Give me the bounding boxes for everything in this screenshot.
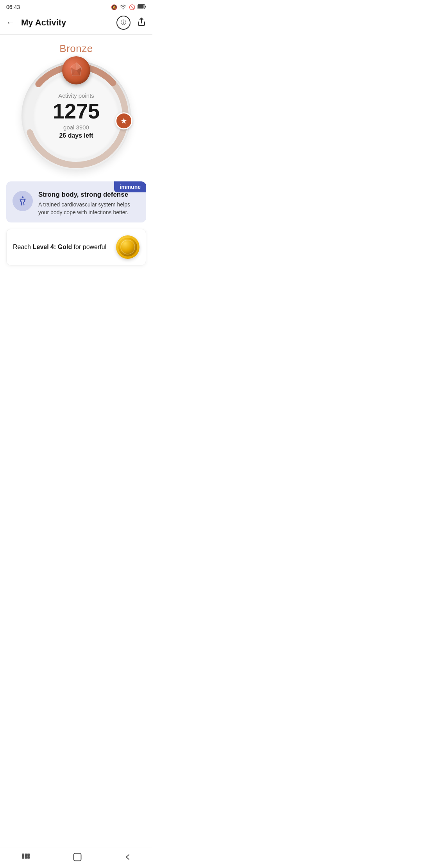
level-bold: Level 4: Gold bbox=[33, 244, 72, 250]
circle-outer: ★ Activity points 1275 goal 3900 26 days… bbox=[21, 61, 131, 170]
immune-tag: immune bbox=[114, 181, 146, 192]
info-icon: ⓘ bbox=[121, 19, 126, 26]
back-button[interactable]: ← bbox=[6, 18, 15, 28]
battery-icon bbox=[138, 4, 146, 10]
accessibility-icon bbox=[17, 195, 28, 206]
svg-point-13 bbox=[118, 238, 137, 256]
activity-points-label: Activity points bbox=[58, 92, 94, 99]
activity-points-value: 1275 bbox=[53, 100, 100, 122]
info-card-body: A trained cardiovascular system helps yo… bbox=[38, 201, 140, 216]
level-card: Reach Level 4: Gold for powerful bbox=[6, 229, 146, 265]
activity-circle: ★ Activity points 1275 goal 3900 26 days… bbox=[6, 61, 146, 170]
svg-point-12 bbox=[22, 196, 24, 198]
status-icons: 🔕 🚫 bbox=[111, 4, 146, 11]
info-card: immune Strong body, strong defense A tra… bbox=[6, 181, 146, 222]
circle-inner: Activity points 1275 goal 3900 26 days l… bbox=[33, 73, 119, 159]
star-icon: ★ bbox=[120, 116, 127, 126]
accessibility-icon-circle bbox=[13, 191, 33, 211]
main-content: Bronze bbox=[0, 35, 152, 273]
info-button[interactable]: ⓘ bbox=[116, 16, 131, 30]
status-bar: 06:43 🔕 🚫 bbox=[0, 0, 152, 13]
activity-goal: goal 3900 bbox=[63, 124, 89, 131]
status-time: 06:43 bbox=[6, 4, 20, 10]
bronze-gem-badge bbox=[62, 56, 90, 84]
share-button[interactable] bbox=[137, 17, 146, 29]
info-card-text: Strong body, strong defense A trained ca… bbox=[38, 191, 140, 216]
activity-days-left: 26 days left bbox=[59, 132, 93, 139]
app-header: ← My Activity ⓘ bbox=[0, 13, 152, 35]
star-badge: ★ bbox=[115, 112, 132, 129]
svg-rect-1 bbox=[145, 5, 146, 7]
level-card-text: Reach Level 4: Gold for powerful bbox=[13, 243, 110, 251]
wifi-icon bbox=[120, 4, 127, 11]
gold-coin-badge bbox=[116, 235, 139, 259]
tier-label: Bronze bbox=[6, 43, 146, 55]
block-icon: 🚫 bbox=[129, 4, 135, 10]
page-title: My Activity bbox=[21, 18, 66, 28]
mute-icon: 🔕 bbox=[111, 4, 117, 10]
svg-rect-2 bbox=[138, 5, 144, 8]
